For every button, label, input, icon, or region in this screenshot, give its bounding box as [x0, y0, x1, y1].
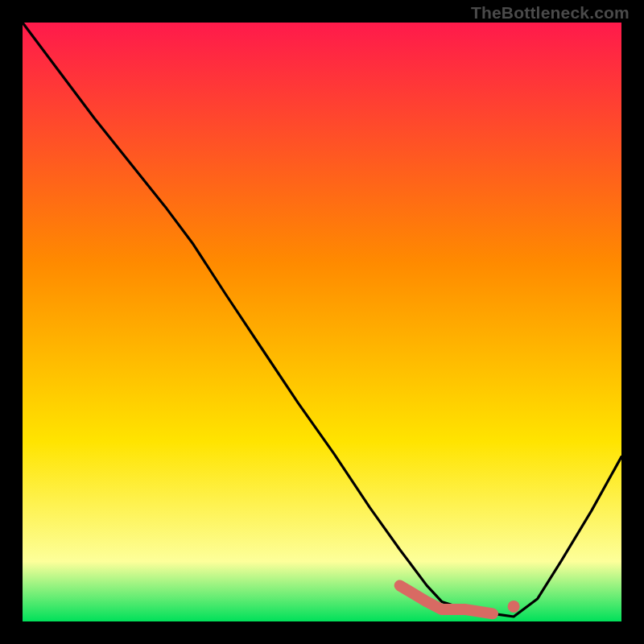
chart-svg: [23, 23, 621, 621]
credit-text: TheBottleneck.com: [471, 3, 630, 23]
gradient-bg: [23, 23, 621, 621]
chart-area: [23, 23, 621, 621]
marker-dot: [508, 601, 520, 613]
